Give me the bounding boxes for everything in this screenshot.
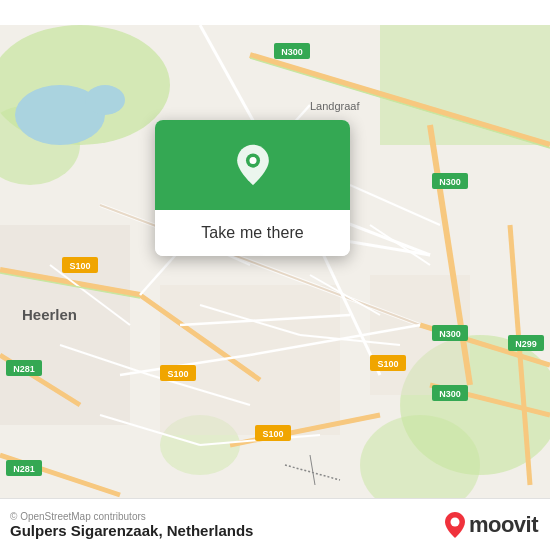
map-background: Heerlen Landgraaf N300 N300 N300 N300 N2… — [0, 0, 550, 550]
svg-text:N300: N300 — [439, 389, 461, 399]
svg-point-9 — [85, 85, 125, 115]
moovit-pin-icon — [444, 511, 466, 539]
popup-header — [155, 120, 350, 210]
svg-text:S100: S100 — [377, 359, 398, 369]
svg-text:S100: S100 — [262, 429, 283, 439]
svg-text:N300: N300 — [439, 177, 461, 187]
moovit-wordmark: moovit — [469, 512, 538, 538]
svg-text:Heerlen: Heerlen — [22, 306, 77, 323]
svg-text:N281: N281 — [13, 464, 35, 474]
svg-point-75 — [450, 517, 459, 526]
location-popup: Take me there — [155, 120, 350, 256]
svg-text:S100: S100 — [69, 261, 90, 271]
place-name: Gulpers Sigarenzaak, Netherlands — [10, 522, 253, 539]
attribution-text: © OpenStreetMap contributors — [10, 511, 253, 522]
svg-text:N299: N299 — [515, 339, 537, 349]
moovit-logo: moovit — [444, 511, 538, 539]
svg-point-74 — [249, 157, 256, 164]
footer-info: © OpenStreetMap contributors Gulpers Sig… — [10, 511, 253, 539]
take-me-there-button[interactable]: Take me there — [155, 210, 350, 256]
map-container: Heerlen Landgraaf N300 N300 N300 N300 N2… — [0, 0, 550, 550]
svg-text:Landgraaf: Landgraaf — [310, 100, 360, 112]
svg-text:N300: N300 — [281, 47, 303, 57]
svg-rect-4 — [380, 25, 550, 145]
footer-bar: © OpenStreetMap contributors Gulpers Sig… — [0, 498, 550, 550]
svg-text:N281: N281 — [13, 364, 35, 374]
svg-rect-11 — [160, 285, 340, 435]
svg-text:S100: S100 — [167, 369, 188, 379]
svg-text:N300: N300 — [439, 329, 461, 339]
location-pin-icon — [231, 143, 275, 187]
